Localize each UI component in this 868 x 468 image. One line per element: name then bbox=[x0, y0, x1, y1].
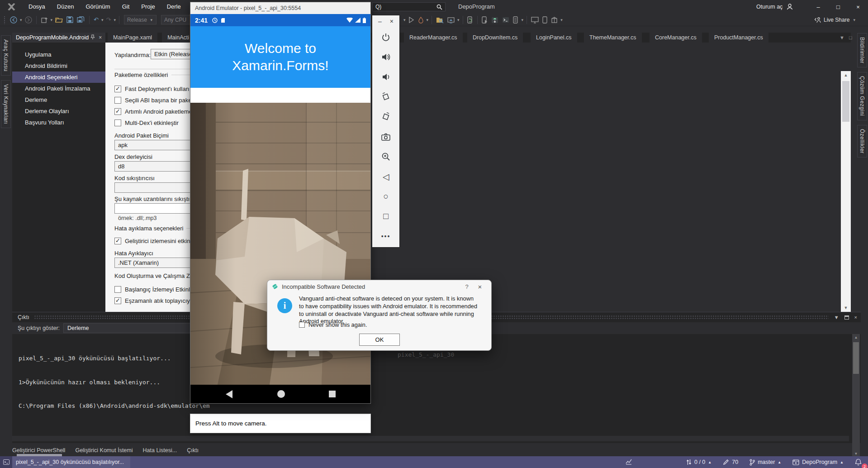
scrollbar-thumb[interactable] bbox=[842, 81, 849, 122]
tab-coremanager[interactable]: CoreManager.cs bbox=[650, 33, 702, 43]
sidebar-tab-properties[interactable]: Özellikler bbox=[857, 125, 867, 158]
emulator-title-bar[interactable]: Android Emulator - pixel_5_-_api_30:5554 bbox=[190, 2, 370, 14]
notifications-button[interactable]: 2 bbox=[851, 456, 865, 468]
checkbox-icon[interactable] bbox=[114, 119, 121, 126]
redo-caret-icon[interactable]: ▾ bbox=[113, 18, 117, 22]
tab-productmanager[interactable]: ProductManager.cs bbox=[709, 33, 768, 43]
solution-platform-dropdown[interactable]: Any CPU bbox=[161, 15, 191, 24]
rotate-left-icon[interactable] bbox=[372, 87, 399, 107]
section-android-bildirimi[interactable]: Android Bildirimi bbox=[12, 60, 105, 72]
maximize-button[interactable]: □ bbox=[828, 0, 848, 14]
scroll-down-icon[interactable]: ▼ bbox=[841, 304, 851, 312]
run-on-device-button[interactable] bbox=[480, 15, 489, 25]
package-button[interactable] bbox=[549, 15, 560, 25]
sync-status-button[interactable]: 0 / 0 ▲ bbox=[683, 456, 715, 468]
menu-gorunum[interactable]: Görünüm bbox=[80, 0, 116, 14]
minimize-button[interactable]: – bbox=[808, 0, 828, 14]
android-home-icon[interactable] bbox=[277, 390, 285, 398]
solution-configuration-dropdown[interactable]: Release ▾ bbox=[124, 15, 157, 24]
checkbox-icon[interactable] bbox=[114, 86, 121, 92]
sidebar-tab-toolbox[interactable]: Araç Kutusu bbox=[1, 35, 11, 76]
tab-developer-powershell[interactable]: Geliştirici PowerShell bbox=[12, 447, 65, 454]
checkbox-icon[interactable] bbox=[114, 108, 121, 115]
scroll-up-icon[interactable]: ▲ bbox=[852, 334, 860, 341]
never-show-again-checkbox[interactable]: Never show this again. bbox=[299, 321, 367, 328]
menu-dosya[interactable]: Dosya bbox=[23, 0, 51, 14]
zoom-icon[interactable] bbox=[372, 147, 399, 167]
navigate-back-caret-icon[interactable]: ▾ bbox=[19, 18, 23, 22]
section-android-secenekleri[interactable]: Android Seçenekleri bbox=[12, 72, 105, 83]
output-horizontal-scrollbar[interactable] bbox=[12, 436, 849, 441]
tab-output[interactable]: Çıktı bbox=[187, 447, 199, 454]
screenshot-camera-icon[interactable] bbox=[372, 127, 399, 147]
rotate-right-icon[interactable] bbox=[372, 107, 399, 127]
package-caret-icon[interactable]: ▾ bbox=[560, 18, 564, 22]
undo-caret-icon[interactable]: ▾ bbox=[100, 18, 104, 22]
scrollbar-thumb[interactable] bbox=[853, 342, 859, 374]
console-button[interactable] bbox=[500, 15, 511, 25]
section-android-paketi-imzalama[interactable]: Android Paketi İmzalama bbox=[12, 83, 105, 94]
new-project-button[interactable] bbox=[39, 15, 50, 25]
close-button[interactable]: × bbox=[848, 0, 868, 14]
android-recents-icon[interactable] bbox=[329, 391, 336, 397]
checkbox-icon[interactable] bbox=[114, 97, 121, 104]
section-derleme-olaylari[interactable]: Derleme Olayları bbox=[12, 105, 105, 117]
device-refresh-button[interactable] bbox=[465, 15, 475, 25]
ok-button[interactable]: OK bbox=[359, 334, 400, 346]
tab-readermanager[interactable]: ReaderManager.cs bbox=[404, 33, 463, 43]
menu-proje[interactable]: Proje bbox=[135, 0, 161, 14]
checkbox-icon[interactable] bbox=[114, 238, 121, 244]
incremental-packaging-checkbox[interactable]: Artımlı Android paketleme sis bbox=[114, 108, 201, 115]
branch-button[interactable]: master ▲ bbox=[746, 456, 785, 468]
document-scrollbar[interactable]: ▲ ▼ bbox=[841, 71, 851, 312]
window-position-icon[interactable]: ▼ bbox=[834, 315, 839, 320]
monitor-button[interactable] bbox=[529, 15, 541, 25]
volume-down-icon[interactable] bbox=[372, 67, 399, 87]
section-uygulama[interactable]: Uygulama bbox=[12, 49, 105, 60]
menu-duzen[interactable]: Düzen bbox=[51, 0, 80, 14]
start-without-debug-button[interactable] bbox=[407, 15, 416, 25]
redo-button[interactable]: ↷ bbox=[104, 15, 113, 25]
menu-derle[interactable]: Derle bbox=[161, 0, 187, 14]
close-panel-icon[interactable]: × bbox=[854, 315, 857, 320]
status-message[interactable]: pixel_5_-_api_30 öykünücüsü başlatılıyor… bbox=[12, 456, 130, 468]
checkbox-icon[interactable] bbox=[114, 286, 121, 293]
home-icon[interactable]: ○ bbox=[372, 186, 399, 206]
android-sdk-button[interactable] bbox=[489, 15, 500, 25]
section-basvuru-yollari[interactable]: Başvuru Yolları bbox=[12, 117, 105, 128]
hot-reload-caret-icon[interactable]: ▾ bbox=[426, 18, 430, 22]
hot-reload-button[interactable] bbox=[416, 15, 426, 25]
startup-tracing-checkbox[interactable]: Başlangıç İzlemeyi Etkinleştir bbox=[114, 286, 201, 293]
document-well-dropdown-icon[interactable]: ▼ bbox=[840, 35, 844, 40]
android-back-icon[interactable] bbox=[226, 390, 232, 398]
multidex-checkbox[interactable]: Multi-Dex'i etkinleştir bbox=[114, 119, 179, 126]
pin-icon[interactable] bbox=[89, 34, 97, 41]
volume-up-icon[interactable] bbox=[372, 47, 399, 67]
scroll-up-icon[interactable]: ▲ bbox=[841, 71, 851, 79]
open-file-button[interactable] bbox=[53, 15, 65, 25]
home-view-caret-icon[interactable]: ▾ bbox=[456, 18, 460, 22]
live-share-button[interactable]: Live Share ▾ bbox=[814, 14, 856, 26]
tab-thememanager[interactable]: ThemeManager.cs bbox=[584, 33, 642, 43]
find-in-files-button[interactable] bbox=[434, 15, 446, 25]
activity-icon[interactable] bbox=[625, 458, 632, 467]
output-vertical-scrollbar[interactable]: ▲ ▼ bbox=[852, 334, 860, 457]
sidebar-tab-notifications[interactable]: Bildirimler bbox=[857, 33, 867, 67]
section-derleme[interactable]: Derleme bbox=[12, 94, 105, 105]
close-tool-window-icon[interactable]: × bbox=[97, 34, 104, 41]
emulator-minimize-icon[interactable]: – bbox=[378, 18, 382, 25]
background-task-icon[interactable] bbox=[0, 456, 12, 468]
tab-loginpanel[interactable]: LoginPanel.cs bbox=[531, 33, 577, 43]
dialog-help-button[interactable]: ? bbox=[460, 283, 473, 290]
dock-icon[interactable] bbox=[844, 315, 849, 320]
dialog-close-button[interactable]: × bbox=[473, 283, 487, 291]
back-icon[interactable]: ◁ bbox=[372, 167, 399, 186]
phone-button[interactable] bbox=[541, 15, 549, 25]
pending-edits-button[interactable]: 70 bbox=[719, 456, 742, 468]
tool-window-tab[interactable]: DepoProgramMobile.Android × bbox=[12, 33, 105, 43]
save-button[interactable] bbox=[65, 15, 75, 25]
more-options-icon[interactable]: ••• bbox=[372, 226, 399, 246]
developer-instrumentation-checkbox[interactable]: Geliştirici izlemesini etkinleşti bbox=[114, 238, 201, 244]
search-input[interactable]: Q) bbox=[372, 2, 446, 11]
checkbox-icon[interactable] bbox=[299, 322, 305, 328]
